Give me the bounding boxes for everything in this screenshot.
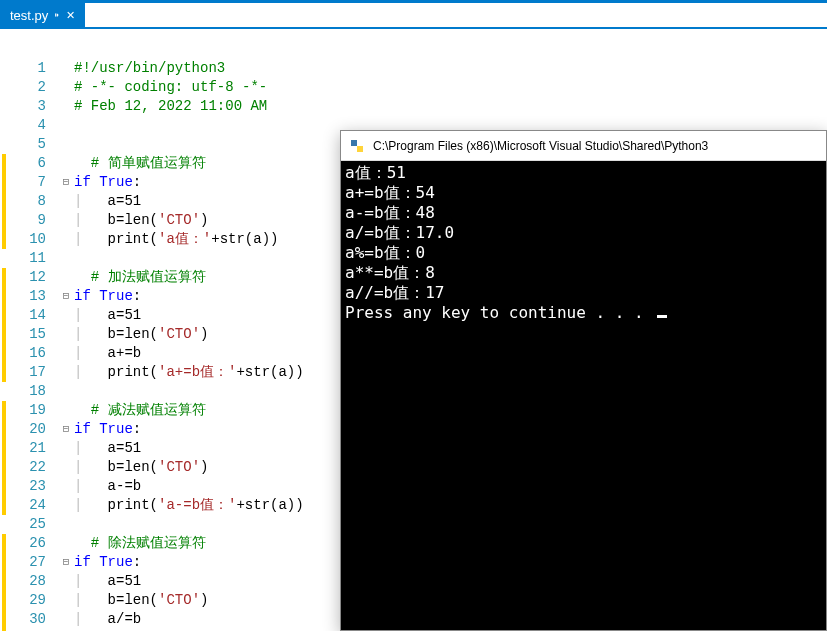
line-number: 23 (8, 477, 46, 496)
fold-column: ⊟⊟⊟⊟ (58, 59, 74, 631)
line-number: 19 (8, 401, 46, 420)
fold-spacer (58, 363, 74, 382)
change-marker (2, 477, 6, 496)
code-line[interactable]: #!/usr/bin/python3 (74, 59, 827, 78)
line-number: 14 (8, 306, 46, 325)
console-window[interactable]: C:\Program Files (x86)\Microsoft Visual … (340, 130, 827, 631)
fold-toggle-icon[interactable]: ⊟ (58, 420, 74, 439)
change-marker (2, 325, 6, 344)
change-marker (2, 553, 6, 572)
line-number: 3 (8, 97, 46, 116)
change-marker (2, 534, 6, 553)
line-number: 22 (8, 458, 46, 477)
tab-bar: test.py ⁍ ✕ (0, 3, 827, 29)
change-marker (0, 78, 8, 97)
fold-spacer (58, 306, 74, 325)
change-marker (0, 135, 8, 154)
fold-spacer (58, 154, 74, 173)
line-number: 9 (8, 211, 46, 230)
change-marker (2, 496, 6, 515)
line-number: 10 (8, 230, 46, 249)
fold-spacer (58, 249, 74, 268)
line-number: 15 (8, 325, 46, 344)
fold-spacer (58, 439, 74, 458)
svg-rect-0 (351, 140, 357, 146)
change-marker (2, 287, 6, 306)
pin-icon[interactable]: ⁍ (54, 9, 60, 22)
line-number: 30 (8, 610, 46, 629)
console-line: a+=b值：54 (345, 183, 822, 203)
line-number: 8 (8, 192, 46, 211)
fold-spacer (58, 572, 74, 591)
fold-spacer (58, 211, 74, 230)
change-marker (2, 306, 6, 325)
cursor-icon (657, 315, 667, 318)
change-marker (2, 401, 6, 420)
console-output[interactable]: a值：51a+=b值：54a-=b值：48a/=b值：17.0a%=b值：0a*… (341, 161, 826, 630)
file-tab[interactable]: test.py ⁍ ✕ (0, 3, 85, 27)
console-line: a%=b值：0 (345, 243, 822, 263)
code-line[interactable]: # Feb 12, 2022 11:00 AM (74, 97, 827, 116)
fold-spacer (58, 59, 74, 78)
fold-spacer (58, 78, 74, 97)
svg-rect-1 (357, 146, 363, 152)
change-marker (0, 382, 8, 401)
close-icon[interactable]: ✕ (66, 9, 75, 22)
change-marker (0, 249, 8, 268)
change-marker (2, 458, 6, 477)
line-number: 11 (8, 249, 46, 268)
line-number: 12 (8, 268, 46, 287)
fold-spacer (58, 534, 74, 553)
fold-spacer (58, 116, 74, 135)
change-marker (2, 363, 6, 382)
console-title: C:\Program Files (x86)\Microsoft Visual … (373, 139, 708, 153)
line-number: 28 (8, 572, 46, 591)
change-marker (2, 192, 6, 211)
line-number: 25 (8, 515, 46, 534)
change-marker-column (0, 59, 8, 631)
line-number: 4 (8, 116, 46, 135)
change-marker (0, 59, 8, 78)
console-line: a-=b值：48 (345, 203, 822, 223)
console-line: a//=b值：17 (345, 283, 822, 303)
line-number: 24 (8, 496, 46, 515)
line-number: 27 (8, 553, 46, 572)
change-marker (2, 420, 6, 439)
fold-spacer (58, 325, 74, 344)
change-marker (2, 173, 6, 192)
change-marker (2, 591, 6, 610)
change-marker (2, 268, 6, 287)
fold-spacer (58, 496, 74, 515)
change-marker (2, 439, 6, 458)
python-icon (349, 138, 365, 154)
fold-spacer (58, 458, 74, 477)
fold-toggle-icon[interactable]: ⊟ (58, 553, 74, 572)
change-marker (2, 154, 6, 173)
line-number: 6 (8, 154, 46, 173)
console-line: a值：51 (345, 163, 822, 183)
change-marker (2, 211, 6, 230)
line-number: 5 (8, 135, 46, 154)
fold-toggle-icon[interactable]: ⊟ (58, 287, 74, 306)
change-marker (2, 572, 6, 591)
line-number: 2 (8, 78, 46, 97)
console-titlebar[interactable]: C:\Program Files (x86)\Microsoft Visual … (341, 131, 826, 161)
line-number: 17 (8, 363, 46, 382)
fold-toggle-icon[interactable]: ⊟ (58, 173, 74, 192)
console-line: a/=b值：17.0 (345, 223, 822, 243)
change-marker (0, 97, 8, 116)
line-number-gutter: 1234567891011121314151617181920212223242… (8, 59, 58, 631)
change-marker (0, 515, 8, 534)
change-marker (0, 116, 8, 135)
code-line[interactable]: # -*- coding: utf-8 -*- (74, 78, 827, 97)
line-number: 26 (8, 534, 46, 553)
line-number: 7 (8, 173, 46, 192)
fold-spacer (58, 344, 74, 363)
fold-spacer (58, 97, 74, 116)
change-marker (2, 610, 6, 629)
line-number: 13 (8, 287, 46, 306)
fold-spacer (58, 230, 74, 249)
fold-spacer (58, 135, 74, 154)
line-number: 16 (8, 344, 46, 363)
line-number: 18 (8, 382, 46, 401)
